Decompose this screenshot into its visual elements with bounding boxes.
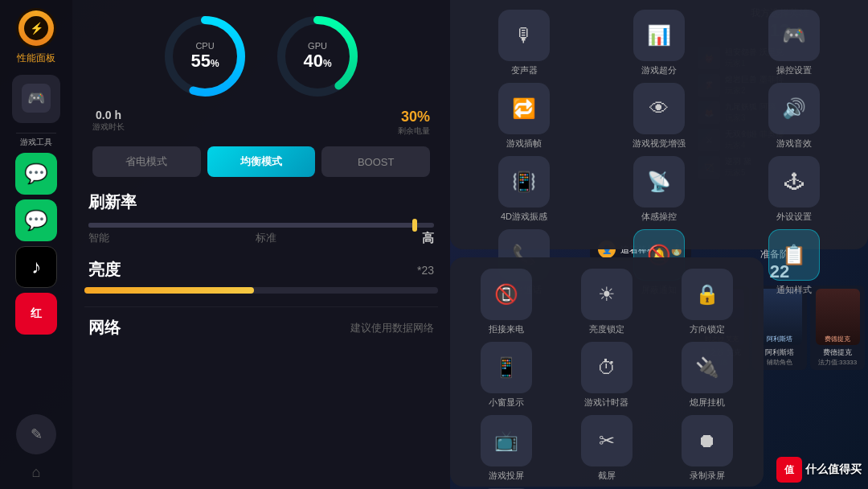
app-wechat-2[interactable]: 💬 xyxy=(15,199,57,241)
rejectcall-icon: 📵 xyxy=(481,269,532,320)
game-toolbar-bottom: 📵 拒接来电 ☀ 亮度锁定 🔒 方向锁定 📱 小窗显示 ⏱ 游戏计时器 🔌 熄屏… xyxy=(450,257,764,487)
gpu-value: 40% xyxy=(303,51,331,72)
champ-avatar-3: 费德提克 xyxy=(816,289,860,345)
game-toolbar-top: 🎙 变声器 📊 游戏超分 🎮 操控设置 🔁 游戏插帧 👁 游戏视觉增强 🔊 游戏… xyxy=(450,0,868,249)
sidebar-divider-1 xyxy=(16,133,56,134)
vibration-icon: 📳 xyxy=(498,156,550,208)
notitstyle-icon: 📋 xyxy=(768,229,820,281)
orientlock-icon: 🔒 xyxy=(682,269,733,320)
mode-balance-btn[interactable]: 均衡模式 xyxy=(207,146,316,177)
timer-icon: ⏱ xyxy=(581,342,633,393)
brightness-value: *23 xyxy=(417,264,434,277)
toolbar-item-vibration[interactable]: 📳 4D游戏振感 xyxy=(460,156,588,223)
toolbar-item-miniwin[interactable]: 📱 小窗显示 xyxy=(460,342,554,409)
brightlock-icon: ☀ xyxy=(581,269,633,320)
time-info: 0.0 h 游戏时长 xyxy=(92,109,125,137)
vibration-label: 4D游戏振感 xyxy=(501,211,547,223)
toolbar-item-control[interactable]: 🎮 操控设置 xyxy=(730,10,858,76)
screenshot-label: 截屏 xyxy=(598,470,616,482)
tools-label: 游戏工具 xyxy=(20,137,52,148)
toolbar-item-timer[interactable]: ⏱ 游戏计时器 xyxy=(560,342,654,409)
watermark-text: 什么值得买 xyxy=(805,462,862,477)
toolbar-grid-top: 🎙 变声器 📊 游戏超分 🎮 操控设置 🔁 游戏插帧 👁 游戏视觉增强 🔊 游戏… xyxy=(460,10,858,296)
champ-card-3: 费德提克 费德提克 法力值:33333 xyxy=(810,286,865,370)
refresh-slider[interactable]: 智能 标准 高 xyxy=(84,223,438,246)
edit-button[interactable]: ✎ xyxy=(16,414,56,454)
mode-save-btn[interactable]: 省电模式 xyxy=(92,146,201,177)
voice-label: 变声器 xyxy=(511,64,538,76)
voice-icon: 🎙 xyxy=(498,10,550,61)
sidebar-title: 性能面板 xyxy=(17,51,55,65)
toolbar-item-gamecast[interactable]: 📺 游戏投屏 xyxy=(460,415,554,482)
control-label: 操控设置 xyxy=(776,64,812,76)
champ-avatar-2: 阿利斯塔 xyxy=(758,289,802,345)
miniwin-icon: 📱 xyxy=(481,342,532,393)
toolbar-grid-bottom: 📵 拒接来电 ☀ 亮度锁定 🔒 方向锁定 📱 小窗显示 ⏱ 游戏计时器 🔌 熄屏… xyxy=(460,269,754,489)
toolbar-item-superscore[interactable]: 📊 游戏超分 xyxy=(595,10,723,76)
cpu-value: 55% xyxy=(190,51,219,72)
gamecast-icon: 📺 xyxy=(481,415,532,466)
brightness-slider[interactable] xyxy=(84,287,438,294)
timer-label: 游戏计时器 xyxy=(584,397,628,409)
refresh-title: 刷新率 xyxy=(84,191,438,213)
toolbar-item-interp[interactable]: 🔁 游戏插帧 xyxy=(460,83,588,150)
toolbar-item-voice[interactable]: 🎙 变声器 xyxy=(460,10,588,76)
motion-label: 体感操控 xyxy=(641,211,677,223)
toolbar-item-audio[interactable]: 🔊 游戏音效 xyxy=(730,83,858,150)
network-hint: 建议使用数据网络 xyxy=(350,321,434,335)
sidebar: ⚡ 性能面板 🎮 游戏工具 💬 💬 ♪ 红 ✎ ⌂ xyxy=(0,0,72,489)
app-tiktok[interactable]: ♪ xyxy=(15,246,57,288)
screenshot-icon: ✂ xyxy=(581,415,633,466)
sidebar-bottom: ✎ ⌂ xyxy=(16,414,56,481)
toolbar-item-motion[interactable]: 📡 体感操控 xyxy=(595,156,723,223)
toolbar-item-visual[interactable]: 👁 游戏视觉增强 xyxy=(595,83,723,150)
network-title: 网络 xyxy=(88,317,121,339)
tools-icon: 🎮 xyxy=(22,84,51,113)
interp-icon: 🔁 xyxy=(498,83,550,134)
app-redbook[interactable]: 红 xyxy=(15,293,57,335)
interp-label: 游戏插帧 xyxy=(506,138,542,150)
control-icon: 🎮 xyxy=(768,10,820,61)
cpu-label: CPU xyxy=(190,41,219,51)
battery-info: 30% 剩余电量 xyxy=(398,109,430,137)
champ-name-3: 费德提克 xyxy=(813,347,862,358)
sidebar-logo: ⚡ xyxy=(16,8,56,48)
champ-role-3: 法力值:33333 xyxy=(813,358,862,367)
peripheral-label: 外设设置 xyxy=(776,211,812,223)
mode-boost-btn[interactable]: BOOST xyxy=(321,146,430,177)
superscore-label: 游戏超分 xyxy=(641,64,677,76)
toolbar-item-peripheral[interactable]: 🕹 外设设置 xyxy=(730,156,858,223)
perf-info-row: 0.0 h 游戏时长 30% 剩余电量 xyxy=(84,109,438,137)
toolbar-item-rejectcall[interactable]: 📵 拒接来电 xyxy=(460,269,554,335)
screensave-icon: 🔌 xyxy=(682,342,733,393)
sidebar-item-tools[interactable]: 🎮 xyxy=(12,75,60,123)
toolbar-item-brightlock[interactable]: ☀ 亮度锁定 xyxy=(560,269,654,335)
screensave-label: 熄屏挂机 xyxy=(690,397,725,409)
gauges-row: CPU 55% xyxy=(84,12,438,101)
orientlock-label: 方向锁定 xyxy=(690,323,725,335)
refresh-mid: 标准 xyxy=(256,231,276,246)
brightness-title: 亮度 xyxy=(88,259,121,281)
toolbar-item-orientlock[interactable]: 🔒 方向锁定 xyxy=(660,269,754,335)
record-label: 录制录屏 xyxy=(690,470,725,482)
visual-icon: 👁 xyxy=(633,83,685,134)
refresh-low: 智能 xyxy=(88,231,109,246)
gpu-gauge: GPU 40% xyxy=(273,12,362,101)
toolbar-item-screenshot[interactable]: ✂ 截屏 xyxy=(560,415,654,482)
toolbar-item-screensave[interactable]: 🔌 熄屏挂机 xyxy=(660,342,754,409)
visual-label: 游戏视觉增强 xyxy=(633,138,686,150)
app-wechat-1[interactable]: 💬 xyxy=(15,153,57,195)
brightlock-label: 亮度锁定 xyxy=(589,323,624,335)
peripheral-icon: 🕹 xyxy=(768,156,820,208)
rejectcall-label: 拒接来电 xyxy=(489,323,524,335)
gpu-label: GPU xyxy=(303,41,331,51)
record-icon: ⏺ xyxy=(682,415,733,466)
audio-label: 游戏音效 xyxy=(776,138,812,150)
network-row: 网络 建议使用数据网络 xyxy=(84,306,438,339)
superscore-icon: 📊 xyxy=(633,10,685,61)
watermark: 值 什么值得买 xyxy=(776,457,862,483)
nav-arrow[interactable]: ⌂ xyxy=(32,464,41,481)
toolbar-item-record[interactable]: ⏺ 录制录屏 xyxy=(660,415,754,482)
mode-selector: 省电模式 均衡模式 BOOST xyxy=(84,146,438,177)
refresh-high: 高 xyxy=(422,231,434,246)
